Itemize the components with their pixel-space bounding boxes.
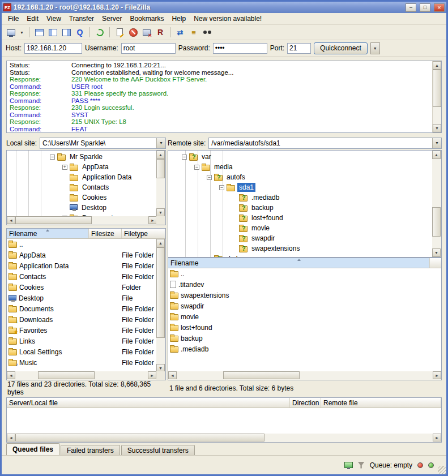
file-row[interactable]: swapdir — [168, 301, 441, 311]
scroll-right-icon[interactable]: ► — [433, 434, 441, 441]
file-row[interactable]: ★FavoritesFile Folder — [7, 325, 165, 336]
file-row[interactable]: .. — [7, 239, 165, 250]
menu-item-file[interactable]: File — [4, 14, 23, 24]
local-list-vertical-scrollbar[interactable]: ▲ ▼ — [156, 239, 165, 372]
local-site-combobox[interactable]: C:\Users\Mr Sparkle\ ▼ — [40, 138, 166, 149]
local-directory-tree[interactable]: −Mr Sparkle+AppDataApplication DataConta… — [6, 150, 166, 225]
local-tree-item-desktop[interactable]: Desktop — [7, 203, 165, 213]
file-row[interactable]: .titandev — [168, 279, 441, 290]
local-tree-item-cookies[interactable]: Cookies — [7, 192, 165, 203]
local-tree-vertical-scrollbar[interactable]: ▲ ▼ — [156, 151, 165, 217]
file-row[interactable]: .mediadb — [168, 344, 441, 354]
file-row[interactable]: .. — [168, 268, 441, 279]
menu-item-new-version-available[interactable]: New version available! — [190, 14, 266, 24]
find-icon[interactable] — [201, 27, 214, 38]
tab-queued-files[interactable]: Queued files — [6, 443, 59, 455]
toggle-queue-icon[interactable]: Q — [74, 27, 86, 38]
remote-tree-item-swapdir[interactable]: swapdir — [168, 233, 441, 243]
remote-site-combobox[interactable]: /var/media/autofs/sda1 ▼ — [208, 138, 442, 149]
queue-column-direction[interactable]: Direction — [290, 398, 321, 408]
sync-browsing-icon[interactable]: ≡ — [187, 27, 200, 38]
toggle-log-icon[interactable] — [33, 27, 45, 38]
scroll-down-icon[interactable]: ▼ — [432, 248, 441, 257]
scrollbar-thumb[interactable] — [432, 207, 441, 237]
queue-column-remote-file[interactable]: Remote file — [321, 398, 441, 408]
scroll-up-icon[interactable]: ▲ — [156, 239, 165, 247]
scroll-right-icon[interactable]: ► — [148, 371, 156, 379]
file-row[interactable]: Local SettingsFile Folder — [7, 346, 165, 357]
remote-tree-item-movie[interactable]: movie — [168, 223, 441, 233]
scroll-left-icon[interactable]: ◄ — [7, 216, 15, 224]
remote-directory-tree[interactable]: −var−media−autofs−sda1.mediadbbackuplost… — [168, 150, 442, 258]
file-row[interactable]: LinksFile Folder — [7, 336, 165, 346]
scrollbar-thumb[interactable] — [38, 371, 95, 379]
refresh-icon[interactable] — [93, 27, 106, 38]
column-header-filename[interactable]: Filename — [7, 229, 89, 238]
menu-item-edit[interactable]: Edit — [23, 14, 42, 24]
minus-expander-icon[interactable]: − — [182, 155, 187, 160]
menu-item-help[interactable]: Help — [168, 14, 190, 24]
tab-successful-transfers[interactable]: Successful transfers — [121, 445, 195, 455]
dropdown-icon[interactable]: ▼ — [18, 27, 25, 38]
plus-expander-icon[interactable]: + — [62, 165, 67, 170]
local-list-horizontal-scrollbar[interactable]: ◄ ► — [7, 371, 156, 380]
minimize-button[interactable]: – — [406, 3, 416, 12]
minus-expander-icon[interactable]: − — [50, 155, 55, 160]
resize-grip[interactable] — [438, 466, 446, 474]
host-input[interactable] — [24, 43, 82, 54]
activity-monitor-icon[interactable] — [344, 462, 353, 468]
scroll-right-icon[interactable]: ► — [148, 216, 157, 224]
port-input[interactable] — [287, 43, 311, 54]
scroll-up-icon[interactable]: ▲ — [156, 151, 165, 159]
remote-tree-item-var[interactable]: −var — [168, 152, 441, 162]
tab-failed-transfers[interactable]: Failed transfers — [61, 445, 120, 455]
file-row[interactable]: movie — [168, 311, 441, 322]
menu-item-bookmarks[interactable]: Bookmarks — [126, 14, 168, 24]
scrollbar-thumb[interactable] — [156, 247, 165, 338]
close-button[interactable]: × — [434, 3, 445, 12]
local-tree-horizontal-scrollbar[interactable]: ◄ ► — [7, 216, 157, 225]
scroll-down-icon[interactable]: ▼ — [156, 208, 165, 217]
file-row[interactable]: AppDataFile Folder — [7, 250, 165, 260]
minus-expander-icon[interactable]: − — [219, 185, 224, 190]
title-bar[interactable]: FZ 192.168.1.20 - root@192.168.1.20 - Fi… — [2, 2, 446, 13]
chevron-down-icon[interactable]: ▼ — [156, 138, 165, 148]
log-vertical-scrollbar[interactable]: ▲ ▼ — [432, 61, 441, 132]
remote-list-horizontal-scrollbar[interactable]: ◄ ► — [168, 371, 441, 380]
remote-tree-item-swapextensions[interactable]: swapextensions — [168, 243, 441, 254]
queue-horizontal-scrollbar[interactable]: ◄ ► — [7, 434, 441, 442]
menu-item-transfer[interactable]: Transfer — [65, 14, 98, 24]
file-row[interactable]: DocumentsFile Folder — [7, 303, 165, 314]
maximize-button[interactable]: □ — [420, 3, 430, 12]
quickconnect-dropdown-icon[interactable]: ▼ — [370, 42, 380, 54]
quickconnect-button[interactable]: Quickconnect — [314, 42, 368, 54]
local-tree-item-mr-sparkle[interactable]: −Mr Sparkle — [7, 152, 165, 162]
username-input[interactable] — [121, 43, 176, 54]
file-row[interactable]: Application DataFile Folder — [7, 260, 165, 271]
remote-tree-item-sda1[interactable]: −sda1 — [168, 182, 441, 192]
local-tree-item-application-data[interactable]: Application Data — [7, 172, 165, 182]
queue-column-server-local-file[interactable]: Server/Local file — [7, 398, 290, 408]
site-manager-icon[interactable] — [5, 27, 17, 38]
remote-file-list[interactable]: Filename ...titandevswapextensionsswapdi… — [168, 258, 442, 380]
minus-expander-icon[interactable]: − — [194, 165, 199, 170]
file-row[interactable]: CookiesFolder — [7, 282, 165, 293]
message-log[interactable]: Status:Connecting to 192.168.1.20:21...S… — [6, 61, 442, 133]
scrollbar-thumb[interactable] — [433, 70, 441, 107]
compare-icon[interactable]: ⇄ — [174, 27, 186, 38]
scrollbar-thumb[interactable] — [15, 434, 264, 441]
file-row[interactable]: lost+found — [168, 322, 441, 333]
file-row[interactable]: ♪MusicFile Folder — [7, 357, 165, 368]
file-row[interactable]: ↓DownloadsFile Folder — [7, 314, 165, 325]
reconnect-icon[interactable]: R — [154, 27, 167, 38]
remote-tree-item-dvd[interactable]: dvd — [168, 254, 441, 258]
menu-item-server[interactable]: Server — [98, 14, 126, 24]
column-header-filesize[interactable]: Filesize — [89, 229, 122, 238]
scrollbar-thumb[interactable] — [156, 159, 165, 178]
file-row[interactable]: DesktopFile — [7, 293, 165, 303]
remote-tree-vertical-scrollbar[interactable]: ▲ ▼ — [432, 151, 441, 257]
remote-tree-item-media[interactable]: −media — [168, 162, 441, 172]
local-tree-item-appdata[interactable]: +AppData — [7, 162, 165, 172]
transfer-queue-panel[interactable]: Server/Local fileDirectionRemote file ◄ … — [6, 397, 442, 443]
password-input[interactable] — [213, 43, 267, 54]
